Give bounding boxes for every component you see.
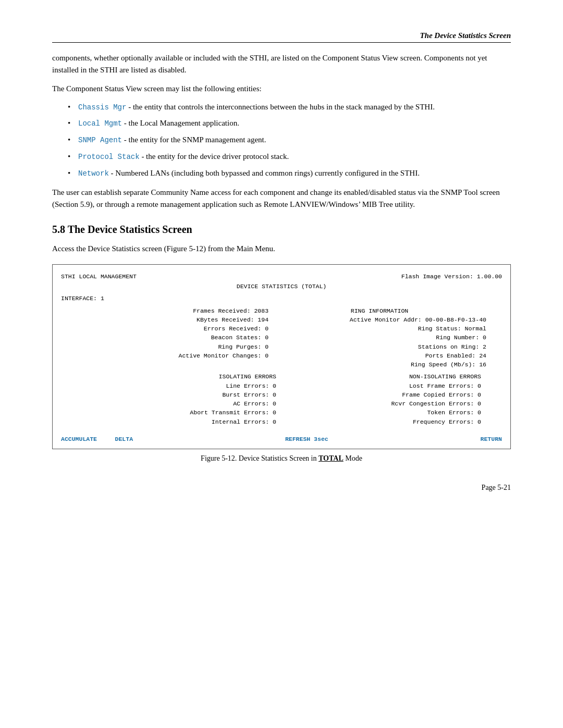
ds-left-item-1: Frames Received: 2083: [61, 306, 268, 315]
protocol-stack-desc: - the entity for the device driver proto…: [140, 152, 289, 161]
local-mgmt-code: Local Mgmt: [78, 119, 122, 128]
ds-footer-center: REFRESH 3sec: [285, 435, 328, 443]
ds-ring-item-1: Active Monitor Addr: 00-00-B8-F0-13-40: [273, 315, 486, 324]
ds-isolating-col: ISOLATING ERRORS Line Errors: 0 Burst Er…: [61, 372, 282, 426]
ds-left-item-6: Active Monitor Changes: 0: [61, 351, 268, 360]
snmp-agent-code: SNMP Agent: [78, 136, 122, 144]
ds-errors-section: ISOLATING ERRORS Line Errors: 0 Burst Er…: [61, 372, 502, 426]
ds-ring-info-header: RING INFORMATION: [273, 306, 486, 315]
entity-list: Chassis Mgr - the entity that controls t…: [68, 101, 511, 179]
device-statistics-box: STHI LOCAL MANAGEMENT Flash Image Versio…: [52, 264, 511, 449]
ds-footer: ACCUMULATE DELTA REFRESH 3sec RETURN: [61, 433, 502, 443]
list-item-local-mgmt: Local Mgmt - the Local Management applic…: [68, 117, 511, 130]
ds-non-isolating-2: Frame Copied Errors: 0: [282, 390, 481, 399]
section-number: 5.8: [52, 224, 65, 235]
return-link[interactable]: RETURN: [481, 436, 502, 442]
ds-header-right: Flash Image Version: 1.00.00: [401, 272, 502, 281]
paragraph-3: The user can establish separate Communit…: [52, 187, 511, 211]
figure-caption-prefix: Figure 5-12. Device Statistics Screen in: [201, 454, 319, 462]
section-title: The Device Statistics Screen: [68, 224, 192, 235]
ds-non-isolating-5: Frequency Errors: 0: [282, 417, 481, 426]
protocol-stack-code: Protocol Stack: [78, 153, 140, 161]
ds-ring-item-3: Ring Number: 0: [273, 333, 486, 342]
ds-isolating-2: Burst Errors: 0: [61, 390, 276, 399]
section-heading: 5.8 The Device Statistics Screen: [52, 224, 511, 236]
snmp-agent-desc: - the entity for the SNMP management age…: [122, 135, 266, 144]
network-code: Network: [78, 169, 109, 178]
ds-isolating-4: Abort Transmit Errors: 0: [61, 408, 276, 417]
ds-left-item-4: Beacon States: 0: [61, 333, 268, 342]
list-item-network: Network - Numbered LANs (including both …: [68, 167, 511, 180]
ds-left-item-3: Errors Received: 0: [61, 324, 268, 333]
ds-isolating-3: AC Errors: 0: [61, 399, 276, 408]
page-header: The Device Statistics Screen: [52, 31, 511, 43]
ds-ring-item-6: Ring Speed (Mb/s): 16: [273, 360, 486, 369]
ds-left-col: Frames Received: 2083 KBytes Received: 1…: [61, 306, 273, 369]
figure-caption-bold: TOTAL: [319, 454, 344, 462]
ds-header-row: STHI LOCAL MANAGEMENT Flash Image Versio…: [61, 272, 502, 281]
ds-non-isolating-4: Token Errors: 0: [282, 408, 481, 417]
ds-isolating-5: Internal Errors: 0: [61, 417, 276, 426]
ds-footer-left: ACCUMULATE DELTA: [61, 435, 133, 443]
ds-non-isolating-3: Rcvr Congestion Errors: 0: [282, 399, 481, 408]
ds-non-isolating-header: NON-ISOLATING ERRORS: [282, 372, 481, 381]
ds-isolating-1: Line Errors: 0: [61, 381, 276, 390]
ds-ring-item-5: Ports Enabled: 24: [273, 351, 486, 360]
local-mgmt-desc: - the Local Management application.: [122, 119, 239, 127]
list-item-protocol-stack: Protocol Stack - the entity for the devi…: [68, 151, 511, 163]
paragraph-2: The Component Status View screen may lis…: [52, 83, 511, 95]
network-desc: - Numbered LANs (including both bypassed…: [109, 169, 420, 177]
refresh-link[interactable]: REFRESH 3sec: [285, 436, 328, 442]
ds-ring-item-2: Ring Status: Normal: [273, 324, 486, 333]
header-title: The Device Statistics Screen: [420, 31, 511, 40]
list-item-snmp-agent: SNMP Agent - the entity for the SNMP man…: [68, 134, 511, 146]
ds-title: DEVICE STATISTICS (TOTAL): [61, 282, 502, 291]
chassis-mgr-desc: - the entity that controls the interconn…: [126, 103, 435, 111]
ds-isolating-header: ISOLATING ERRORS: [61, 372, 276, 381]
figure-caption-suffix: Mode: [344, 454, 362, 462]
ds-interface: INTERFACE: 1: [61, 294, 502, 303]
ds-footer-right: RETURN: [481, 435, 502, 443]
delta-link[interactable]: DELTA: [115, 436, 133, 442]
figure-caption: Figure 5-12. Device Statistics Screen in…: [52, 454, 511, 463]
list-item-chassis: Chassis Mgr - the entity that controls t…: [68, 101, 511, 114]
ds-non-isolating-1: Lost Frame Errors: 0: [282, 381, 481, 390]
ds-header-left: STHI LOCAL MANAGEMENT: [61, 272, 137, 281]
access-text: Access the Device Statistics screen (Fig…: [52, 243, 511, 255]
paragraph-1: components, whether optionally available…: [52, 52, 511, 77]
ds-left-item-2: KBytes Received: 194: [61, 315, 268, 324]
ds-right-col: RING INFORMATION Active Monitor Addr: 00…: [273, 306, 502, 369]
ds-ring-section: Frames Received: 2083 KBytes Received: 1…: [61, 306, 502, 369]
page-number: Page 5-21: [52, 484, 511, 492]
ds-ring-item-4: Stations on Ring: 2: [273, 342, 486, 351]
ds-non-isolating-col: NON-ISOLATING ERRORS Lost Frame Errors: …: [282, 372, 502, 426]
accumulate-link[interactable]: ACCUMULATE: [61, 436, 97, 442]
chassis-mgr-code: Chassis Mgr: [78, 103, 126, 112]
ds-left-item-5: Ring Purges: 0: [61, 342, 268, 351]
